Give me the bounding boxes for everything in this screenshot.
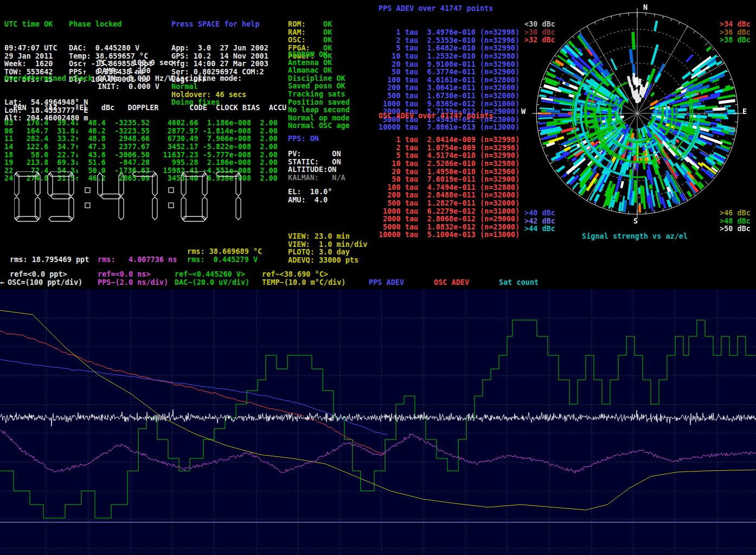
signal-map-caption: Signal strength vs az/el [582,232,688,240]
legend-item: >30 dBc [524,28,555,36]
rms-temp: rms: 38.669689 °C [187,247,262,256]
adev-row: 2 tau2.5353e-010(n=32996) [379,36,520,44]
sat-accu: 2.00 [251,135,278,143]
adev-value: 3.4976e-010 [418,28,476,36]
adev-value: 2.0414e-009 [418,136,476,144]
help-hint: Press SPACE for help [171,20,268,28]
adev-row: 20 tau1.4950e-010(n=32960) [379,168,520,176]
adev-value: 1.2532e-010 [418,52,476,60]
adev-n: (n=31000) [476,100,520,108]
adev-value: 2.5266e-010 [418,160,476,168]
temp-scale: TEMP~(10.0 m°C/div) [262,278,345,286]
adev-value: 4.7494e-011 [418,183,476,192]
pps-scale: PPS~(2.0 ns/div) [98,278,168,286]
adev-tau: 100 tau [379,183,418,192]
adev-tau: 10 tau [379,160,418,168]
adev-value: 1.0832e-012 [418,223,476,231]
adev-value: 1.6482e-010 [418,44,476,52]
signal-map-polar-plot[interactable] [531,8,743,219]
sat-el: 33.2↑ [48,135,79,143]
sat-az: 176.4 [17,119,48,127]
sat-prn: 18 [4,151,17,159]
sat-bias: -5.777e-008 [198,151,252,159]
adev-n: (n=32960) [476,60,520,68]
check-value: OK [323,28,332,36]
adev-n: (n=32900) [476,68,520,76]
sat-row: 06164.731.8↓46.2-3223.552877.97-1.814e-0… [4,127,278,135]
adev-n: (n=32990) [476,151,520,160]
adev-value: 4.6161e-011 [418,76,476,84]
fix-flags: PV: ON STATIC: ON ALTITUDE:ON [288,150,341,174]
sat-code: 2877.97 [150,127,198,135]
adev-row: 2 tau1.0754e-009(n=32996) [379,144,520,152]
legend-item: >36 dBc [720,28,751,36]
scroll-left-arrow-icon[interactable]: ← [0,278,4,286]
sat-bias: -1.814e-008 [198,127,252,135]
receiver-check-item: RAM:OK [288,28,332,36]
adev-value: 1.6730e-011 [418,92,476,100]
sat-dbc: 51.6 [79,158,106,167]
adev-row: 10 tau2.5266e-010(n=32980) [379,160,520,168]
phase-status: Phase locked [69,20,152,28]
adev-tau: 1 tau [379,28,418,36]
adev-row: 100 tau4.7494e-011(n=32800) [379,183,520,192]
check-label: OSC: [288,36,323,44]
sat-bias: 1.186e-008 [198,119,252,127]
sat-doppler: -3006.50 [106,151,150,159]
adev-tau: 20 tau [379,60,418,68]
adev-row: 1000 tau9.8365e-012(n=31000) [379,100,520,108]
adev-row: 1 tau2.0414e-009(n=32998) [379,136,520,144]
sat-dbc: 48.4 [79,119,106,127]
adev-tau: 500 tau [379,199,418,207]
sat-el: 22.7↓ [48,151,79,159]
sat-code: 995.28 [150,158,198,167]
osc-scale: OSC=(100 ppt/div) [8,278,82,286]
adev-row: 200 tau2.8488e-011(n=32600) [379,191,520,199]
sat-code: 3452.17 [150,143,198,151]
sat-row: 03176.439.4↓48.4-3235.524602.661.186e-00… [4,119,278,127]
loop-params: TC: 100.0 sec DAMP: 1.200 GAIN: -5.000 H… [98,59,172,90]
sat-accu: 2.00 [251,167,278,175]
compass-south: S [633,217,638,225]
adev-row: 100 tau4.6161e-011(n=32800) [379,76,520,84]
adev-row: 1000 tau6.2279e-012(n=31000) [379,207,520,215]
legend-item: >48 dBc [720,217,751,225]
strip-chart-canvas[interactable] [0,289,756,555]
legend-bottom-left: >40 dBc>42 dBc>44 dBc [524,193,555,233]
sat-az: 213.8 [17,158,48,167]
sat-code: 4602.66 [150,119,198,127]
pps-ref: ref=<0.0 ns> [98,270,151,278]
compass-west: W [521,107,526,116]
adev-row: 10000 tau5.1004e-013(n=13000) [379,231,520,239]
adev-tau: 5000 tau [379,223,418,231]
rms-pps: rms: 4.007736 ns [98,256,177,264]
adev-tau: 2 tau [379,36,418,44]
sat-row: 11282.433.2↑48.82948.666730.497.966e-008… [4,135,278,143]
sat-accu: 2.00 [251,127,278,135]
pps-adev-title: PPS ADEV over 41747 points [379,4,493,12]
sat-prn: 19 [4,158,17,167]
sat-doppler: 2948.66 [106,135,150,143]
adev-n: (n=32900) [476,175,520,183]
sat-doppler: -3223.55 [106,127,150,135]
adev-tau: 1000 tau [379,100,418,108]
adev-value: 9.9108e-011 [418,60,476,68]
sat-row: 1858.022.7↓43.6-3006.5011637.23-5.777e-0… [4,151,278,159]
dac-scale: DAC~(20.0 uV/div) [175,278,249,286]
sat-prn: 14 [4,143,17,151]
check-value: OK [323,35,332,44]
adev-row: 5000 tau1.0832e-012(n=23000) [379,223,520,231]
check-label: RAM: [288,28,323,36]
legend-item: >42 dBc [524,217,555,225]
sat-accu: 2.00 [251,119,278,127]
pps-state: PPS: ON [288,135,319,143]
sat-doppler: 2377.67 [106,143,150,151]
sat-row: 19213.869.3↓51.6-847.28995.282.186e-0082… [4,158,278,167]
adev-n: (n=32960) [476,168,520,176]
sat-table-rows: 03176.439.4↓48.4-3235.524602.661.186e-00… [4,103,278,182]
adev-row: 20 tau9.9108e-011(n=32960) [379,60,520,68]
discipline-line: Normal [171,82,246,91]
sat-prn: 11 [4,135,17,143]
adev-n: (n=32980) [476,160,520,168]
legend-item: >46 dBc [720,209,751,217]
